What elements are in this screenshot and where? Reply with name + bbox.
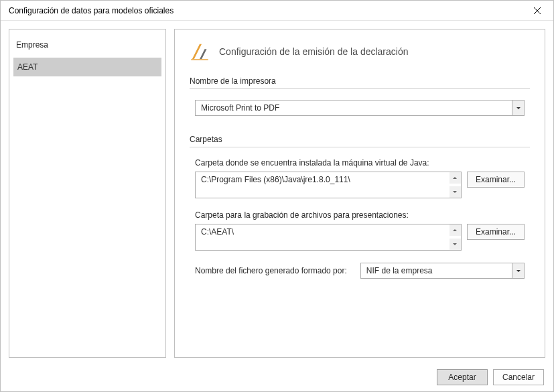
cancel-button[interactable]: Cancelar: [493, 369, 544, 385]
agency-logo-icon: [190, 42, 210, 62]
scroll-up-button[interactable]: [449, 172, 461, 184]
filename-row: Nombre del fichero generado formado por:…: [195, 263, 525, 279]
main-panel: Configuración de la emisión de la declar…: [174, 29, 545, 358]
scroll-up-button[interactable]: [449, 224, 461, 236]
java-folder-row: C:\Program Files (x86)\Java\jre1.8.0_111…: [195, 172, 525, 198]
filename-dropdown[interactable]: NIF de la empresa: [360, 263, 525, 279]
footer: Aceptar Cancelar: [1, 363, 553, 391]
printer-dropdown[interactable]: Microsoft Print to PDF: [195, 100, 525, 116]
titlebar: Configuración de datos para modelos ofic…: [1, 1, 553, 21]
window-title: Configuración de datos para modelos ofic…: [9, 6, 174, 15]
record-folder-label: Carpeta para la grabación de archivos pa…: [195, 210, 525, 220]
content-area: Empresa AEAT Configuración de la emisión…: [1, 21, 553, 363]
java-folder-input[interactable]: C:\Program Files (x86)\Java\jre1.8.0_111…: [195, 172, 462, 198]
record-folder-value: C:\AEAT\: [196, 224, 449, 250]
close-icon: [534, 7, 541, 14]
chevron-down-icon: [453, 243, 457, 245]
dialog-window: Configuración de datos para modelos ofic…: [0, 0, 554, 392]
java-folder-value: C:\Program Files (x86)\Java\jre1.8.0_111…: [196, 172, 449, 198]
record-browse-button[interactable]: Examinar...: [467, 224, 525, 240]
printer-value: Microsoft Print to PDF: [196, 101, 512, 115]
chevron-up-icon: [453, 177, 457, 179]
chevron-down-icon: [453, 191, 457, 193]
chevron-up-icon: [453, 229, 457, 231]
filename-value: NIF de la empresa: [361, 263, 512, 278]
main-header: Configuración de la emisión de la declar…: [190, 42, 530, 62]
printer-section-label: Nombre de la impresora: [190, 76, 530, 89]
record-scrollbar: [449, 224, 461, 250]
sidebar-item-aeat[interactable]: AEAT: [13, 58, 161, 76]
accept-button[interactable]: Aceptar: [437, 369, 488, 385]
scroll-down-button[interactable]: [449, 239, 461, 250]
folders-section-label: Carpetas: [190, 135, 530, 147]
main-heading: Configuración de la emisión de la declar…: [219, 46, 409, 57]
chevron-down-icon[interactable]: [512, 263, 524, 278]
scroll-down-button[interactable]: [449, 186, 461, 198]
record-folder-input[interactable]: C:\AEAT\: [195, 224, 462, 251]
sidebar: Empresa AEAT: [9, 29, 166, 358]
filename-label: Nombre del fichero generado formado por:: [195, 266, 347, 275]
java-scrollbar: [449, 172, 461, 198]
close-button[interactable]: [522, 1, 552, 20]
java-folder-label: Carpeta donde se encuentra instalada la …: [195, 158, 525, 168]
java-browse-button[interactable]: Examinar...: [467, 172, 525, 188]
record-folder-row: C:\AEAT\ Examinar...: [195, 224, 525, 251]
sidebar-header: Empresa: [13, 40, 161, 58]
chevron-down-icon[interactable]: [512, 101, 524, 115]
